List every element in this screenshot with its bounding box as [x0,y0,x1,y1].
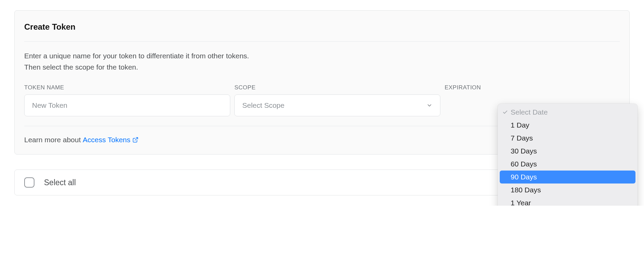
dropdown-header-text: Select Date [511,108,548,116]
token-name-label: TOKEN NAME [24,84,230,91]
select-all-checkbox[interactable] [24,177,34,188]
scope-select[interactable]: Select Scope [234,94,440,116]
dropdown-option[interactable]: 30 Days [500,145,635,158]
create-token-card: Create Token Enter a unique name for you… [14,10,630,155]
dropdown-header: Select Date [500,106,635,119]
external-link-icon [132,137,138,143]
svg-line-0 [135,137,138,140]
dropdown-option[interactable]: 1 Year [500,196,635,206]
expiration-label: EXPIRATION [444,84,620,91]
desc-line-2: Then select the scope for the token. [24,63,138,71]
page-container: Create Token Enter a unique name for you… [14,10,630,195]
access-tokens-link-text: Access Tokens [83,136,131,144]
dropdown-option[interactable]: 90 Days [500,171,635,184]
access-tokens-link[interactable]: Access Tokens [83,136,139,144]
check-icon [502,109,508,115]
card-title: Create Token [24,22,620,32]
token-name-input[interactable] [24,94,230,116]
field-scope: SCOPE Select Scope [234,84,440,116]
field-token-name: TOKEN NAME [24,84,230,116]
scope-placeholder: Select Scope [242,101,284,109]
scope-label: SCOPE [234,84,440,91]
desc-line-1: Enter a unique name for your token to di… [24,52,249,60]
dropdown-option[interactable]: 180 Days [500,184,635,196]
learn-more-prefix: Learn more about [24,136,83,144]
card-description: Enter a unique name for your token to di… [24,50,620,73]
select-all-label: Select all [44,178,76,187]
chevron-down-icon [426,102,433,108]
dropdown-option[interactable]: 7 Days [500,132,635,145]
dropdown-option[interactable]: 60 Days [500,158,635,171]
divider [24,41,620,42]
dropdown-option[interactable]: 1 Day [500,119,635,132]
expiration-dropdown: Select Date1 Day7 Days30 Days60 Days90 D… [498,104,638,206]
